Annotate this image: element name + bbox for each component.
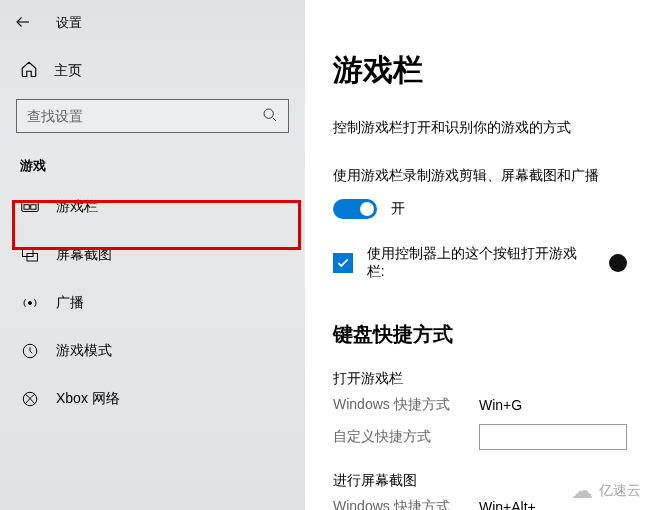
home-icon	[20, 60, 38, 81]
custom-shortcut-label: 自定义快捷方式	[333, 428, 479, 446]
cloud-icon: ☁	[571, 478, 593, 504]
app-title: 设置	[56, 14, 82, 32]
capture-icon	[20, 247, 40, 263]
watermark-text: 亿速云	[599, 482, 641, 500]
broadcast-icon	[20, 294, 40, 312]
sidebar-item-home[interactable]: 主页	[16, 46, 289, 99]
win-shortcut-value: Win+Alt+	[479, 499, 536, 510]
sidebar-item-gamebar[interactable]: 游戏栏	[16, 183, 289, 231]
svg-rect-3	[31, 205, 36, 210]
search-icon	[262, 107, 278, 126]
gamebar-icon	[20, 200, 40, 214]
sidebar-item-label: 屏幕截图	[56, 246, 112, 264]
section-label: 游戏	[16, 157, 289, 183]
titlebar: 设置	[0, 0, 305, 46]
custom-shortcut-input[interactable]	[479, 424, 627, 450]
svg-rect-5	[27, 254, 38, 262]
search-input-wrap[interactable]	[16, 99, 289, 133]
sidebar-item-label: 广播	[56, 294, 84, 312]
home-label: 主页	[54, 62, 82, 80]
gamemode-icon	[20, 342, 40, 360]
page-title: 游戏栏	[333, 50, 627, 91]
record-label: 使用游戏栏录制游戏剪辑、屏幕截图和广播	[333, 167, 627, 185]
sidebar-item-xbox[interactable]: Xbox 网络	[16, 375, 289, 423]
sidebar-item-label: 游戏模式	[56, 342, 112, 360]
svg-rect-4	[23, 249, 34, 257]
shortcut-group-open: 打开游戏栏 Windows 快捷方式 Win+G 自定义快捷方式	[333, 370, 627, 450]
search-input[interactable]	[27, 108, 262, 124]
xbox-logo-icon	[609, 254, 627, 272]
shortcut-title: 打开游戏栏	[333, 370, 627, 388]
xbox-icon	[20, 390, 40, 408]
main-panel: 游戏栏 控制游戏栏打开和识别你的游戏的方式 使用游戏栏录制游戏剪辑、屏幕截图和广…	[305, 0, 647, 510]
win-shortcut-label: Windows 快捷方式	[333, 396, 479, 414]
page-description: 控制游戏栏打开和识别你的游戏的方式	[333, 119, 627, 137]
sidebar-item-label: Xbox 网络	[56, 390, 120, 408]
win-shortcut-label: Windows 快捷方式	[333, 498, 479, 510]
svg-rect-2	[24, 205, 29, 210]
svg-point-6	[29, 302, 32, 305]
controller-label: 使用控制器上的这个按钮打开游戏栏:	[367, 245, 592, 281]
toggle-state: 开	[391, 200, 405, 218]
win-shortcut-value: Win+G	[479, 397, 522, 413]
sidebar-item-capture[interactable]: 屏幕截图	[16, 231, 289, 279]
svg-point-0	[264, 109, 273, 118]
controller-checkbox[interactable]	[333, 253, 353, 273]
record-toggle[interactable]	[333, 199, 377, 219]
sidebar: 设置 主页 游戏 游戏栏 屏幕截图	[0, 0, 305, 510]
back-icon[interactable]	[14, 13, 32, 34]
sidebar-item-gamemode[interactable]: 游戏模式	[16, 327, 289, 375]
sidebar-item-label: 游戏栏	[56, 198, 98, 216]
shortcuts-heading: 键盘快捷方式	[333, 321, 627, 348]
sidebar-item-broadcast[interactable]: 广播	[16, 279, 289, 327]
watermark: ☁ 亿速云	[571, 478, 641, 504]
